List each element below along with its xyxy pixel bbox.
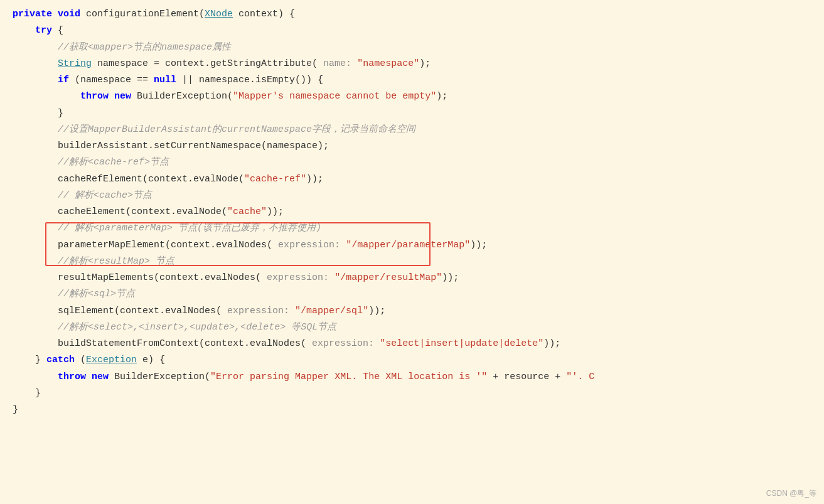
- code-line-21: buildStatementFromContext(context.evalNo…: [13, 336, 811, 352]
- code-line-6: throw new BuilderException("Mapper's nam…: [13, 88, 811, 105]
- code-line-16: //解析<resultMap> 节点: [13, 254, 811, 270]
- code-line-23: throw new BuilderException("Error parsin…: [13, 369, 811, 385]
- code-line-11: cacheRefElement(context.evalNode("cache-…: [13, 171, 811, 188]
- code-line-7: }: [13, 105, 811, 122]
- code-line-9: builderAssistant.setCurrentNamespace(nam…: [13, 138, 811, 154]
- code-line-12: // 解析<cache>节点: [13, 188, 811, 204]
- code-line-13: cacheElement(context.evalNode("cache"));: [13, 204, 811, 220]
- code-line-24: }: [13, 385, 811, 402]
- code-line-14: // 解析<parameterMap> 节点(该节点已废弃，不推荐使用): [13, 220, 811, 237]
- code-line-15: parameterMapElement(context.evalNodes( e…: [13, 237, 811, 254]
- code-line-1: private void configurationElement(XNode …: [13, 6, 811, 23]
- code-line-19: sqlElement(context.evalNodes( expression…: [13, 303, 811, 319]
- watermark: CSDN @粤_等: [766, 488, 816, 499]
- code-line-8: //设置MapperBuilderAssistant的currentNamesp…: [13, 122, 811, 138]
- code-line-5: if (namespace == null || namespace.isEmp…: [13, 72, 811, 88]
- code-viewer: private void configurationElement(XNode …: [0, 0, 824, 504]
- code-line-2: try {: [13, 23, 811, 39]
- code-line-22: } catch (Exception e) {: [13, 352, 811, 368]
- code-line-4: String namespace = context.getStringAttr…: [13, 56, 811, 72]
- code-line-17: resultMapElements(context.evalNodes( exp…: [13, 270, 811, 286]
- code-line-10: //解析<cache-ref>节点: [13, 154, 811, 171]
- code-line-3: //获取<mapper>节点的namespace属性: [13, 40, 811, 56]
- code-line-20: //解析<select>,<insert>,<update>,<delete> …: [13, 319, 811, 336]
- code-line-25: }: [13, 402, 811, 418]
- code-line-18: //解析<sql>节点: [13, 286, 811, 303]
